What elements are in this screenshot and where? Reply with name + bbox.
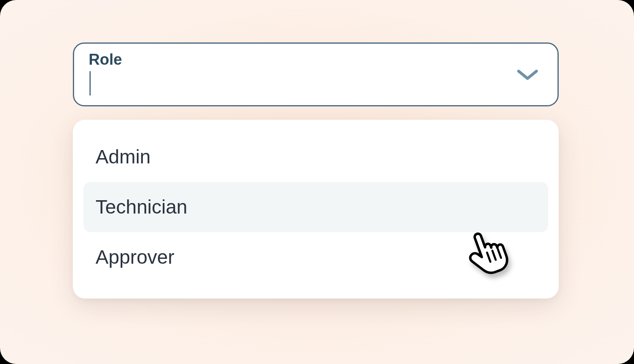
role-dropdown[interactable]: Role xyxy=(73,42,559,106)
role-option-approver[interactable]: Approver xyxy=(83,232,548,282)
text-caret xyxy=(89,71,91,95)
role-dropdown-field[interactable]: Role xyxy=(73,42,559,106)
chevron-down-icon[interactable] xyxy=(516,67,539,82)
role-dropdown-menu: Admin Technician Approver xyxy=(73,120,559,298)
role-option-technician[interactable]: Technician xyxy=(83,182,548,232)
app-frame: Role Admin Technician Approver xyxy=(0,0,634,364)
role-option-admin[interactable]: Admin xyxy=(83,132,548,182)
role-dropdown-label: Role xyxy=(89,51,122,68)
